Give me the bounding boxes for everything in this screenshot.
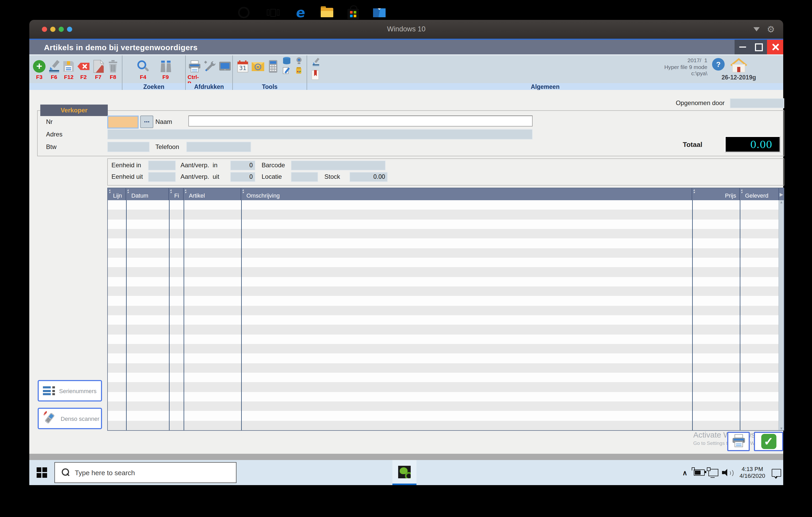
table-row[interactable] xyxy=(108,267,784,277)
column-header-omschrijving[interactable]: ▴▾Omschrijving xyxy=(241,188,692,200)
table-row[interactable] xyxy=(108,258,784,267)
table-row[interactable] xyxy=(108,248,784,258)
serienummers-button[interactable]: Serienummers xyxy=(38,380,102,401)
network-tray-button[interactable] xyxy=(706,460,720,485)
macos-titlebar[interactable]: Windows 10 ⚙ xyxy=(29,20,783,39)
lookup-button[interactable]: ... xyxy=(140,116,153,128)
database-icon xyxy=(283,57,291,66)
table-row[interactable] xyxy=(108,334,784,344)
sort-arrows-icon[interactable]: ▴▾ xyxy=(242,189,244,193)
clock-button[interactable]: 4:13 PM4/16/2020 xyxy=(735,460,769,485)
app-titlebar[interactable]: Artikels in demo bij vertegenwoordigers xyxy=(29,40,783,54)
start-button[interactable] xyxy=(29,460,54,485)
scroll-up-icon[interactable]: ▲ xyxy=(780,200,783,204)
table-row[interactable] xyxy=(108,229,784,239)
cortana-button[interactable] xyxy=(232,0,255,25)
scroll-down-icon[interactable]: ▼ xyxy=(780,427,783,430)
add-record-button[interactable]: + F3 xyxy=(32,60,46,80)
table-row[interactable] xyxy=(108,286,784,296)
windev-app-button[interactable] xyxy=(393,460,416,485)
action-center-button[interactable] xyxy=(769,460,783,485)
monitor-icon xyxy=(218,60,232,73)
close-button[interactable] xyxy=(767,40,783,54)
toolbar-section-record: + F3 F6 F12 xyxy=(29,55,122,91)
table-row[interactable] xyxy=(108,363,784,373)
table-row[interactable] xyxy=(108,392,784,401)
sort-arrows-icon[interactable]: ▴▾ xyxy=(109,189,110,193)
save-record-button[interactable]: F12 xyxy=(62,60,76,80)
battery-tray-button[interactable] xyxy=(692,460,706,485)
table-row[interactable] xyxy=(108,315,784,325)
mail-button[interactable] xyxy=(368,0,391,25)
column-header-datum[interactable]: ▴▾Datum xyxy=(126,188,169,200)
print-setup-button[interactable] xyxy=(203,60,216,80)
preview-button[interactable] xyxy=(218,60,232,80)
sort-arrows-icon[interactable]: ▴▾ xyxy=(741,189,743,193)
email-button[interactable] xyxy=(251,60,265,80)
find-button[interactable]: F9 xyxy=(158,60,173,80)
volume-tray-button[interactable] xyxy=(720,460,734,485)
sort-arrows-icon[interactable]: ▴▾ xyxy=(693,189,695,193)
file-explorer-button[interactable] xyxy=(316,0,339,25)
column-expand-button[interactable]: ▶ xyxy=(779,188,784,200)
task-view-button[interactable] xyxy=(262,0,285,25)
column-header-fi[interactable]: ▴▾Fi xyxy=(169,188,184,200)
traffic-light-yellow[interactable] xyxy=(50,27,55,32)
traffic-light-green[interactable] xyxy=(59,27,64,32)
tray-expand-button[interactable]: ∧ xyxy=(678,460,692,485)
sort-arrows-icon[interactable]: ▴▾ xyxy=(127,189,129,193)
sort-arrows-icon[interactable]: ▴▾ xyxy=(185,189,186,193)
table-row[interactable] xyxy=(108,219,784,229)
database-tools-button[interactable] xyxy=(282,57,292,83)
delete-record-button[interactable]: F8 xyxy=(106,60,120,80)
gear-icon[interactable]: ⚙ xyxy=(767,25,775,34)
naam-input[interactable] xyxy=(188,116,532,126)
calculator-button[interactable] xyxy=(266,60,280,80)
table-row[interactable] xyxy=(108,401,784,411)
home-icon[interactable] xyxy=(730,58,748,75)
table-row[interactable] xyxy=(108,200,784,210)
table-row[interactable] xyxy=(108,373,784,383)
validate-button[interactable]: ✓ xyxy=(754,432,783,451)
table-row[interactable] xyxy=(108,354,784,363)
table-row[interactable] xyxy=(108,296,784,306)
denso-scanner-button[interactable]: Denso scanner xyxy=(38,408,102,429)
column-header-prijs[interactable]: ▴▾Prijs xyxy=(692,188,740,200)
column-header-artikel[interactable]: ▴▾Artikel xyxy=(184,188,241,200)
table-row[interactable] xyxy=(108,306,784,315)
table-row[interactable] xyxy=(108,210,784,219)
chevron-down-icon[interactable] xyxy=(753,27,760,31)
traffic-light-blue[interactable] xyxy=(67,27,72,32)
doc-number: 2017/ 1 xyxy=(688,57,707,63)
vertical-scrollbar[interactable]: ▲▼ xyxy=(779,200,784,430)
print-button[interactable]: Ctrl-P xyxy=(187,60,201,80)
table-row[interactable] xyxy=(108,344,784,354)
minimize-button[interactable] xyxy=(734,40,751,54)
column-header-geleverd[interactable]: ▴▾Geleverd xyxy=(740,188,779,200)
maximize-button[interactable] xyxy=(751,40,767,54)
media-tools-button[interactable] xyxy=(294,57,304,83)
table-row[interactable] xyxy=(108,239,784,248)
table-row[interactable] xyxy=(108,421,784,430)
search-icon xyxy=(61,468,69,477)
bookmark-icon[interactable] xyxy=(311,70,783,82)
taskbar-search-input[interactable]: Type here to search xyxy=(54,462,236,483)
print-list-button[interactable] xyxy=(727,432,750,451)
table-row[interactable] xyxy=(108,382,784,392)
table-row[interactable] xyxy=(108,277,784,286)
traffic-light-red[interactable] xyxy=(42,27,47,32)
sort-arrows-icon[interactable]: ▴▾ xyxy=(170,189,172,193)
search-button[interactable]: F4 xyxy=(136,60,151,80)
calendar-button[interactable]: 31 xyxy=(236,60,250,80)
cancel-record-button[interactable]: F2 xyxy=(77,60,90,80)
table-row[interactable] xyxy=(108,325,784,335)
help-button[interactable]: ? xyxy=(712,58,725,70)
new-document-button[interactable]: F7 xyxy=(91,60,105,80)
table-row[interactable] xyxy=(108,411,784,421)
column-header-lijn[interactable]: ▴▾Lijn xyxy=(108,188,126,200)
edge-button[interactable]: e xyxy=(289,0,312,25)
nr-input[interactable] xyxy=(107,116,139,129)
edit-record-button[interactable]: F6 xyxy=(47,60,61,80)
tab-verkoper[interactable]: Verkoper xyxy=(40,104,108,116)
store-button[interactable] xyxy=(342,0,365,25)
